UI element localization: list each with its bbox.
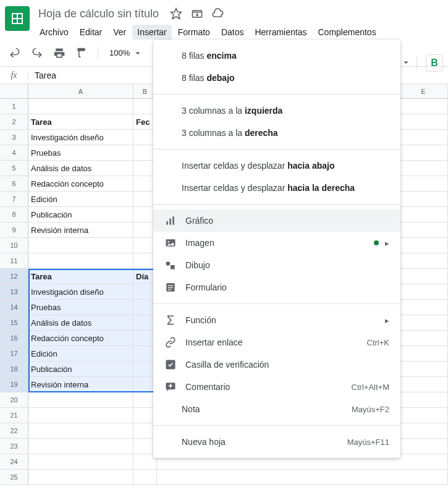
menu-item[interactable]: 8 filas debajo [153,67,400,89]
cell[interactable] [28,99,133,114]
cell[interactable]: Investigación diseño [28,130,133,145]
cell[interactable]: Pruebas [28,300,133,315]
cell[interactable] [399,161,448,176]
row-header[interactable]: 3 [0,130,28,145]
menu-item[interactable]: Dibujo [153,254,400,276]
row-header[interactable]: 2 [0,114,28,130]
menu-item[interactable]: 8 filas encima [153,44,400,67]
column-header-E[interactable]: E [399,84,448,99]
cell[interactable] [399,315,448,331]
cell[interactable] [399,300,448,315]
cell[interactable] [28,439,133,454]
cell[interactable] [399,362,448,377]
menu-item[interactable]: 3 columnas a la izquierda [153,99,400,122]
cell[interactable] [28,470,133,485]
row-header[interactable]: 14 [0,300,28,315]
cell[interactable] [28,392,133,408]
cell[interactable]: Revisión interna [28,377,133,392]
row-header[interactable]: 15 [0,315,28,331]
menu-formato[interactable]: Formato [173,25,215,40]
cell[interactable] [28,454,133,470]
cell[interactable] [399,99,448,114]
cell[interactable] [399,454,448,470]
cell[interactable] [133,470,157,485]
row-header[interactable]: 13 [0,284,28,300]
cell[interactable] [399,192,448,207]
cell[interactable]: Tarea [28,269,133,284]
menu-item[interactable]: Formulario [153,276,400,298]
cell[interactable]: Edición [28,192,133,207]
document-title[interactable]: Hoja de cálculo sin título [35,6,163,22]
menu-item[interactable]: Insertar celdas y desplazar hacia la der… [153,177,400,199]
row-header[interactable]: 17 [0,346,28,362]
sheets-logo[interactable] [5,6,30,31]
row-header[interactable]: 10 [0,238,28,253]
row-header[interactable]: 24 [0,454,28,470]
cell[interactable] [399,346,448,362]
cell[interactable] [399,284,448,300]
row-header[interactable]: 1 [0,99,28,114]
cell[interactable] [28,408,133,423]
menu-item[interactable]: Imagen▸ [153,232,400,254]
star-icon[interactable] [169,6,184,21]
cell[interactable] [399,238,448,253]
menu-item[interactable]: Gráfico [153,209,400,232]
cell[interactable] [399,130,448,145]
cell[interactable] [399,207,448,222]
menu-item[interactable]: NotaMayús+F2 [153,398,400,420]
column-header-A[interactable]: A [28,84,133,99]
menu-item[interactable]: Insertar enlaceCtrl+K [153,331,400,353]
cell[interactable] [399,114,448,130]
menu-datos[interactable]: Datos [216,25,249,40]
row-header[interactable]: 19 [0,377,28,392]
cell[interactable]: Publicación [28,362,133,377]
cell[interactable] [399,392,448,408]
menu-insertar[interactable]: Insertar [132,25,171,40]
cell[interactable] [28,238,133,253]
redo-button[interactable] [28,44,46,62]
cell[interactable] [399,253,448,269]
menu-item[interactable]: Insertar celdas y desplazar hacia abajo [153,154,400,177]
menu-item[interactable]: ComentarioCtrl+Alt+M [153,376,400,398]
cell[interactable]: Redacción concepto [28,331,133,346]
row-header[interactable]: 12 [0,269,28,284]
menu-complementos[interactable]: Complementos [313,25,381,40]
cell[interactable]: Tarea [28,114,133,130]
menu-item[interactable]: Función▸ [153,309,400,331]
row-header[interactable]: 21 [0,408,28,423]
cell[interactable]: Revisión interna [28,222,133,238]
bold-button[interactable]: B [426,54,443,72]
cell[interactable]: Análisis de datos [28,315,133,331]
menu-item[interactable]: Nueva hojaMayús+F11 [153,431,400,453]
row-header[interactable]: 5 [0,161,28,176]
zoom-select[interactable]: 100% [106,48,147,59]
menu-herramientas[interactable]: Herramientas [250,25,311,40]
cell[interactable] [399,439,448,454]
cell[interactable] [399,470,448,485]
cell[interactable] [399,377,448,392]
move-icon[interactable] [190,6,205,21]
row-header[interactable]: 20 [0,392,28,408]
menu-item[interactable]: 3 columnas a la derecha [153,122,400,144]
menu-editar[interactable]: Editar [75,25,108,40]
cell[interactable] [399,331,448,346]
cell[interactable] [399,269,448,284]
cloud-icon[interactable] [211,6,226,21]
cell[interactable]: Edición [28,346,133,362]
row-header[interactable]: 4 [0,145,28,161]
print-button[interactable] [51,44,68,62]
cell[interactable]: Análisis de datos [28,161,133,176]
cell[interactable] [28,253,133,269]
select-all-corner[interactable] [0,84,28,99]
row-header[interactable]: 22 [0,423,28,439]
menu-ver[interactable]: Ver [108,25,131,40]
cell[interactable] [399,408,448,423]
row-header[interactable]: 23 [0,439,28,454]
cell[interactable] [399,145,448,161]
cell[interactable] [28,423,133,439]
row-header[interactable]: 16 [0,331,28,346]
row-header[interactable]: 7 [0,192,28,207]
cell[interactable]: Publicación [28,207,133,222]
menu-item[interactable]: Casilla de verificación [153,353,400,376]
row-header[interactable]: 8 [0,207,28,222]
